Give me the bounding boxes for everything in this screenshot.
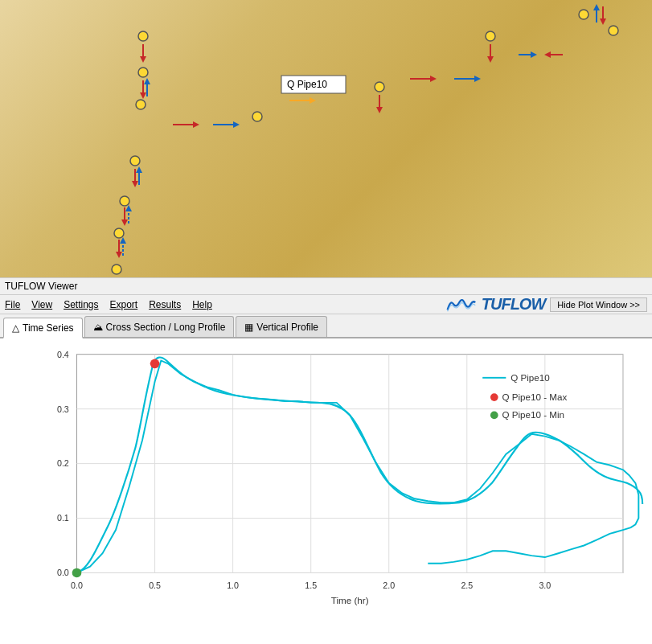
node-circle (138, 68, 148, 77)
chart-area: 0.4 0.3 0.2 0.1 0.0 0.0 0.5 1.0 1.5 2.0 … (0, 338, 652, 644)
map-tooltip-label: Q Pipe10 (287, 79, 327, 90)
node-circle (130, 156, 140, 166)
legend-max-label: Q Pipe10 - Max (502, 392, 567, 402)
logo-area: TUFLOW Hide Plot Window >> (445, 295, 647, 314)
svg-marker-18 (193, 121, 199, 128)
node-circle (112, 265, 121, 274)
chart-max-dot (150, 359, 160, 369)
node-circle (609, 26, 618, 35)
tab-vertical-profile-label: Vertical Profile (256, 322, 318, 333)
menu-file[interactable]: File (5, 299, 20, 310)
svg-text:3.0: 3.0 (539, 580, 551, 590)
svg-text:1.5: 1.5 (305, 580, 317, 590)
node-circle (252, 112, 262, 121)
viewer-title: TUFLOW Viewer (5, 281, 77, 292)
legend-min-dot (490, 412, 498, 420)
svg-text:0.0: 0.0 (71, 580, 83, 590)
svg-marker-28 (376, 107, 383, 113)
tab-time-series[interactable]: △ Time Series (3, 318, 83, 338)
svg-text:0.4: 0.4 (57, 350, 69, 359)
svg-text:0.1: 0.1 (57, 513, 69, 523)
svg-marker-22 (310, 97, 316, 104)
tab-cross-section[interactable]: ⛰ Cross Section / Long Profile (84, 316, 235, 337)
node-circle (486, 31, 495, 41)
legend-min-label: Q Pipe10 - Min (502, 409, 564, 420)
svg-text:2.5: 2.5 (461, 580, 473, 590)
svg-marker-6 (140, 56, 146, 63)
svg-marker-8 (487, 56, 494, 63)
svg-marker-20 (233, 121, 240, 128)
svg-text:1.0: 1.0 (227, 580, 239, 590)
svg-text:0.3: 0.3 (57, 404, 69, 414)
node-circle (138, 31, 148, 41)
svg-marker-14 (140, 92, 146, 99)
tabs-bar: △ Time Series ⛰ Cross Section / Long Pro… (0, 314, 652, 338)
map-viewport[interactable]: Q Pipe10 (0, 0, 652, 277)
cross-section-icon: ⛰ (93, 322, 103, 333)
svg-text:Time (hr): Time (hr) (331, 595, 369, 605)
svg-text:2.0: 2.0 (383, 580, 395, 590)
tuflow-logo-text: TUFLOW (482, 295, 546, 314)
svg-text:0.2: 0.2 (57, 458, 69, 468)
menu-results[interactable]: Results (149, 299, 181, 310)
svg-marker-26 (474, 76, 481, 82)
menu-view[interactable]: View (31, 299, 52, 310)
menu-export[interactable]: Export (110, 299, 138, 310)
viewer-bar: TUFLOW Viewer (0, 277, 652, 295)
svg-text:0.0: 0.0 (57, 568, 69, 577)
svg-marker-24 (430, 76, 437, 82)
svg-marker-2 (593, 4, 600, 10)
legend-max-dot (490, 393, 498, 401)
vertical-profile-icon: ▦ (244, 322, 253, 333)
time-series-icon: △ (12, 322, 19, 334)
tab-time-series-label: Time Series (23, 322, 74, 334)
svg-marker-16 (144, 78, 150, 84)
legend-line-label: Q Pipe10 (511, 372, 550, 383)
node-circle (375, 82, 384, 92)
svg-text:0.5: 0.5 (149, 580, 161, 590)
svg-marker-4 (600, 18, 606, 25)
chart-min-dot (72, 568, 82, 578)
menu-bar: File View Settings Export Results Help T… (0, 295, 652, 314)
node-circle (136, 100, 146, 109)
tuflow-logo-wave (445, 297, 477, 313)
svg-marker-34 (121, 219, 128, 226)
chart-svg: 0.4 0.3 0.2 0.1 0.0 0.0 0.5 1.0 1.5 2.0 … (40, 347, 644, 612)
svg-marker-12 (544, 51, 551, 58)
svg-marker-32 (136, 166, 142, 173)
hide-plot-button[interactable]: Hide Plot Window >> (550, 297, 647, 312)
tab-cross-section-label: Cross Section / Long Profile (106, 322, 226, 333)
menu-help[interactable]: Help (192, 299, 212, 310)
node-circle (120, 196, 129, 206)
node-circle (114, 228, 124, 238)
menu-settings[interactable]: Settings (64, 299, 98, 310)
tab-vertical-profile[interactable]: ▦ Vertical Profile (236, 316, 327, 337)
node-circle (579, 10, 588, 19)
svg-marker-30 (132, 181, 138, 187)
svg-marker-38 (116, 252, 122, 258)
svg-marker-10 (531, 51, 537, 58)
